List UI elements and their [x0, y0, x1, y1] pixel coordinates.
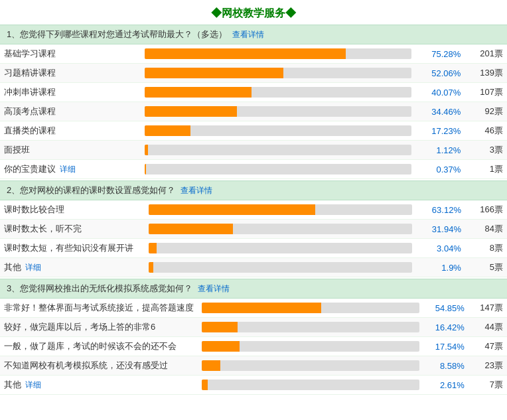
pct-value: 31.94%	[416, 220, 465, 239]
row-label-text: 课时数太长，听不完	[4, 224, 82, 234]
section-detail-link-q1[interactable]: 查看详情	[232, 30, 264, 39]
vote-count: 201票	[465, 44, 507, 64]
survey-table-q1: 基础学习课程75.28%201票习题精讲课程52.06%139票冲刺串讲课程40…	[0, 44, 507, 179]
row-label-text: 直播类的课程	[4, 125, 56, 135]
bar-fill	[202, 360, 220, 371]
bar-fill	[149, 262, 154, 273]
bar-background	[145, 164, 411, 175]
bar-background	[202, 322, 419, 332]
survey-table-q2: 课时数比较合理63.12%166票课时数太长，听不完31.94%84票课时数太短…	[0, 200, 507, 277]
bar-fill	[202, 341, 240, 352]
section-header-q1: 1、您觉得下列哪些课程对您通过考试帮助最大？（多选）查看详情	[0, 25, 507, 44]
bar-background	[145, 145, 411, 155]
pct-value: 63.12%	[416, 200, 465, 220]
row-label: 面授班	[0, 141, 141, 160]
bar-fill	[145, 164, 145, 175]
bar-cell	[145, 258, 417, 277]
vote-count: 8票	[465, 239, 507, 258]
bar-fill	[149, 204, 315, 215]
table-row: 其他详细2.61%7票	[0, 376, 507, 395]
bar-background	[149, 243, 413, 253]
row-label-text: 较好，做完题库以后，考场上答的非常6	[4, 322, 155, 332]
vote-count: 147票	[469, 299, 507, 318]
section-detail-link-q3[interactable]: 查看详情	[198, 284, 230, 293]
vote-count: 7票	[469, 376, 507, 395]
bar-fill	[145, 68, 283, 78]
bar-cell	[141, 83, 415, 102]
pct-value: 75.28%	[415, 44, 465, 64]
table-row: 冲刺串讲课程40.07%107票	[0, 83, 507, 102]
bar-cell	[141, 121, 415, 141]
vote-count: 3票	[465, 141, 507, 160]
bar-background	[145, 68, 411, 78]
bar-fill	[202, 322, 238, 332]
section-label-q2: 2、您对网校的课程的课时数设置感觉如何？	[7, 185, 175, 195]
row-label: 直播类的课程	[0, 121, 141, 141]
bar-cell	[198, 376, 423, 395]
section-q3: 3、您觉得网校推出的无纸化模拟系统感觉如何？查看详情非常好！整体界面与考试系统接…	[0, 279, 507, 395]
vote-count: 23票	[469, 356, 507, 376]
row-label-text: 习题精讲课程	[4, 68, 56, 78]
vote-count: 5票	[465, 258, 507, 277]
row-detail-link[interactable]: 详细	[60, 165, 76, 174]
pct-value: 1.9%	[416, 258, 465, 277]
table-row: 其他详细1.9%5票	[0, 258, 507, 277]
row-label-text: 一般，做了题库，考试的时候该不会的还不会	[4, 341, 177, 351]
section-q2: 2、您对网校的课程的课时数设置感觉如何？查看详情课时数比较合理63.12%166…	[0, 180, 507, 277]
row-label-text: 冲刺串讲课程	[4, 87, 56, 97]
vote-count: 92票	[465, 102, 507, 121]
row-label-text: 其他	[4, 262, 21, 272]
row-label: 非常好！整体界面与考试系统接近，提高答题速度	[0, 299, 198, 318]
section-q1: 1、您觉得下列哪些课程对您通过考试帮助最大？（多选）查看详情基础学习课程75.2…	[0, 25, 507, 179]
pct-value: 54.85%	[423, 299, 469, 318]
row-label: 其他详细	[0, 376, 198, 395]
table-row: 较好，做完题库以后，考场上答的非常616.42%44票	[0, 318, 507, 337]
pct-value: 1.12%	[415, 141, 465, 160]
bar-cell	[198, 318, 423, 337]
row-label-text: 课时数比较合理	[4, 204, 64, 214]
bar-fill	[202, 380, 208, 390]
row-label: 课时数比较合理	[0, 200, 145, 220]
row-label-text: 基础学习课程	[4, 48, 56, 58]
bar-background	[145, 48, 411, 59]
bar-fill	[145, 145, 148, 155]
bar-cell	[145, 200, 417, 220]
vote-count: 46票	[465, 121, 507, 141]
bar-background	[149, 204, 413, 215]
pct-value: 0.37%	[415, 160, 465, 179]
bar-background	[149, 262, 413, 273]
bar-background	[145, 125, 411, 136]
row-label-text: 不知道网校有机考模拟系统，还没有感受过	[4, 360, 168, 370]
row-label: 一般，做了题库，考试的时候该不会的还不会	[0, 337, 198, 356]
row-detail-link[interactable]: 详细	[25, 263, 41, 272]
section-detail-link-q2[interactable]: 查看详情	[181, 186, 212, 195]
row-label: 基础学习课程	[0, 44, 141, 64]
vote-count: 44票	[469, 318, 507, 337]
bar-background	[202, 360, 419, 371]
row-label-text: 其他	[4, 380, 21, 389]
bar-fill	[202, 303, 321, 313]
row-label: 课时数太短，有些知识没有展开讲	[0, 239, 145, 258]
table-row: 课时数太长，听不完31.94%84票	[0, 220, 507, 239]
section-label-q3: 3、您觉得网校推出的无纸化模拟系统感觉如何？	[7, 283, 192, 293]
pct-value: 52.06%	[415, 64, 465, 83]
table-row: 你的宝贵建议详细0.37%1票	[0, 160, 507, 179]
bar-fill	[149, 243, 157, 253]
table-row: 课时数太短，有些知识没有展开讲3.04%8票	[0, 239, 507, 258]
bar-fill	[145, 106, 236, 117]
table-row: 习题精讲课程52.06%139票	[0, 64, 507, 83]
pct-value: 17.23%	[415, 121, 465, 141]
section-header-q3: 3、您觉得网校推出的无纸化模拟系统感觉如何？查看详情	[0, 279, 507, 299]
bar-cell	[141, 141, 415, 160]
row-label-text: 非常好！整体界面与考试系统接近，提高答题速度	[4, 303, 194, 313]
row-label: 课时数太长，听不完	[0, 220, 145, 239]
bar-background	[202, 341, 419, 352]
table-row: 高顶考点课程34.46%92票	[0, 102, 507, 121]
bar-fill	[145, 48, 345, 59]
table-row: 基础学习课程75.28%201票	[0, 44, 507, 64]
bar-fill	[145, 125, 190, 136]
survey-container: 1、您觉得下列哪些课程对您通过考试帮助最大？（多选）查看详情基础学习课程75.2…	[0, 25, 507, 395]
row-detail-link[interactable]: 详细	[25, 380, 41, 389]
pct-value: 34.46%	[415, 102, 465, 121]
bar-background	[202, 380, 419, 390]
